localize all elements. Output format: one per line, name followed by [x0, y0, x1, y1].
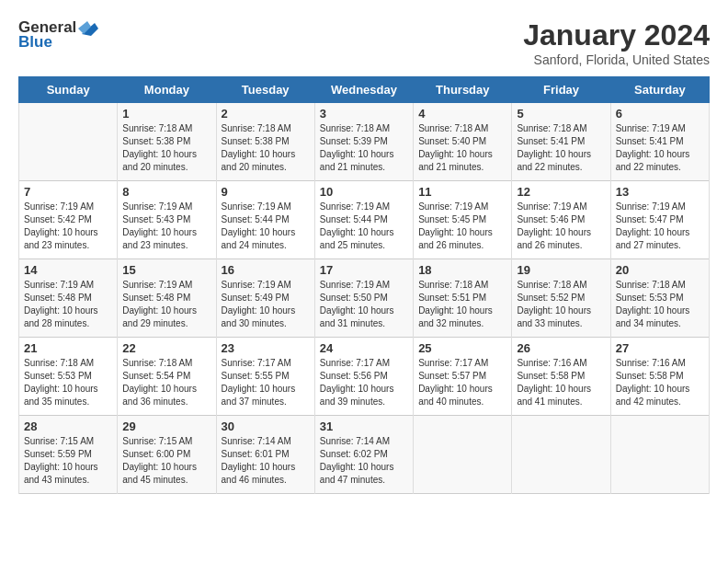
col-wednesday: Wednesday [314, 77, 413, 103]
day-content: Sunrise: 7:19 AM Sunset: 5:50 PM Dayligh… [320, 279, 408, 330]
day-number: 7 [24, 185, 112, 199]
calendar-week-row: 21Sunrise: 7:18 AM Sunset: 5:53 PM Dayli… [19, 338, 710, 416]
day-number: 20 [616, 263, 704, 277]
logo: General Blue [18, 18, 98, 52]
table-row: 12Sunrise: 7:19 AM Sunset: 5:46 PM Dayli… [512, 181, 610, 259]
page-header: General Blue January 2024 Sanford, Flori… [18, 18, 710, 67]
day-content: Sunrise: 7:19 AM Sunset: 5:46 PM Dayligh… [517, 201, 605, 252]
day-number: 8 [122, 185, 210, 199]
day-number: 29 [122, 419, 210, 433]
table-row: 25Sunrise: 7:17 AM Sunset: 5:57 PM Dayli… [414, 338, 512, 416]
table-row [414, 416, 512, 494]
table-row: 17Sunrise: 7:19 AM Sunset: 5:50 PM Dayli… [314, 259, 413, 338]
day-content: Sunrise: 7:19 AM Sunset: 5:43 PM Dayligh… [122, 201, 210, 252]
logo-text-blue: Blue [18, 33, 52, 52]
table-row: 11Sunrise: 7:19 AM Sunset: 5:45 PM Dayli… [414, 181, 512, 259]
day-content: Sunrise: 7:16 AM Sunset: 5:58 PM Dayligh… [616, 357, 704, 408]
day-content: Sunrise: 7:18 AM Sunset: 5:38 PM Dayligh… [122, 122, 210, 174]
table-row: 21Sunrise: 7:18 AM Sunset: 5:53 PM Dayli… [19, 338, 118, 416]
day-number: 19 [517, 263, 605, 277]
day-content: Sunrise: 7:19 AM Sunset: 5:44 PM Dayligh… [320, 201, 408, 252]
day-content: Sunrise: 7:19 AM Sunset: 5:44 PM Dayligh… [222, 201, 310, 252]
day-number: 14 [24, 263, 112, 277]
day-content: Sunrise: 7:19 AM Sunset: 5:45 PM Dayligh… [418, 201, 506, 252]
col-saturday: Saturday [610, 77, 709, 103]
table-row: 13Sunrise: 7:19 AM Sunset: 5:47 PM Dayli… [610, 181, 709, 259]
table-row: 2Sunrise: 7:18 AM Sunset: 5:38 PM Daylig… [216, 103, 314, 181]
day-number: 24 [320, 341, 408, 355]
table-row: 7Sunrise: 7:19 AM Sunset: 5:42 PM Daylig… [19, 181, 118, 259]
calendar-week-row: 1Sunrise: 7:18 AM Sunset: 5:38 PM Daylig… [19, 103, 710, 181]
table-row: 9Sunrise: 7:19 AM Sunset: 5:44 PM Daylig… [216, 181, 314, 259]
day-content: Sunrise: 7:18 AM Sunset: 5:39 PM Dayligh… [320, 122, 408, 174]
col-monday: Monday [118, 77, 216, 103]
day-content: Sunrise: 7:19 AM Sunset: 5:48 PM Dayligh… [122, 279, 210, 330]
day-number: 22 [122, 341, 210, 355]
day-number: 12 [517, 185, 605, 199]
day-number: 30 [222, 419, 310, 433]
day-number: 25 [418, 341, 506, 355]
day-number: 15 [122, 263, 210, 277]
table-row [19, 103, 118, 181]
day-content: Sunrise: 7:15 AM Sunset: 5:59 PM Dayligh… [24, 435, 112, 487]
table-row: 1Sunrise: 7:18 AM Sunset: 5:38 PM Daylig… [118, 103, 216, 181]
table-row: 24Sunrise: 7:17 AM Sunset: 5:56 PM Dayli… [314, 338, 413, 416]
day-number: 28 [24, 419, 112, 433]
day-number: 23 [222, 341, 310, 355]
table-row: 14Sunrise: 7:19 AM Sunset: 5:48 PM Dayli… [19, 259, 118, 338]
day-content: Sunrise: 7:15 AM Sunset: 6:00 PM Dayligh… [122, 435, 210, 487]
day-content: Sunrise: 7:16 AM Sunset: 5:58 PM Dayligh… [517, 357, 605, 408]
table-row: 22Sunrise: 7:18 AM Sunset: 5:54 PM Dayli… [118, 338, 216, 416]
calendar-table: Sunday Monday Tuesday Wednesday Thursday… [18, 76, 710, 494]
day-number: 26 [517, 341, 605, 355]
day-content: Sunrise: 7:18 AM Sunset: 5:40 PM Dayligh… [418, 122, 506, 174]
month-year-title: January 2024 [523, 18, 710, 52]
table-row: 8Sunrise: 7:19 AM Sunset: 5:43 PM Daylig… [118, 181, 216, 259]
table-row: 6Sunrise: 7:19 AM Sunset: 5:41 PM Daylig… [610, 103, 709, 181]
day-content: Sunrise: 7:19 AM Sunset: 5:47 PM Dayligh… [616, 201, 704, 252]
day-number: 6 [616, 107, 704, 121]
day-content: Sunrise: 7:19 AM Sunset: 5:41 PM Dayligh… [616, 122, 704, 174]
day-content: Sunrise: 7:18 AM Sunset: 5:53 PM Dayligh… [616, 279, 704, 330]
table-row: 27Sunrise: 7:16 AM Sunset: 5:58 PM Dayli… [610, 338, 709, 416]
table-row: 26Sunrise: 7:16 AM Sunset: 5:58 PM Dayli… [512, 338, 610, 416]
day-number: 31 [320, 419, 408, 433]
table-row: 28Sunrise: 7:15 AM Sunset: 5:59 PM Dayli… [19, 416, 118, 494]
day-number: 27 [616, 341, 704, 355]
day-content: Sunrise: 7:18 AM Sunset: 5:41 PM Dayligh… [517, 122, 605, 174]
col-thursday: Thursday [414, 77, 512, 103]
day-content: Sunrise: 7:18 AM Sunset: 5:38 PM Dayligh… [222, 122, 310, 174]
day-number: 11 [418, 185, 506, 199]
day-content: Sunrise: 7:18 AM Sunset: 5:53 PM Dayligh… [24, 357, 112, 408]
day-number: 4 [418, 107, 506, 121]
calendar-week-row: 7Sunrise: 7:19 AM Sunset: 5:42 PM Daylig… [19, 181, 710, 259]
table-row: 15Sunrise: 7:19 AM Sunset: 5:48 PM Dayli… [118, 259, 216, 338]
day-number: 2 [222, 107, 310, 121]
title-block: January 2024 Sanford, Florida, United St… [523, 18, 710, 67]
day-number: 21 [24, 341, 112, 355]
calendar-header-row: Sunday Monday Tuesday Wednesday Thursday… [19, 77, 710, 103]
col-friday: Friday [512, 77, 610, 103]
table-row: 18Sunrise: 7:18 AM Sunset: 5:51 PM Dayli… [414, 259, 512, 338]
day-number: 13 [616, 185, 704, 199]
table-row: 16Sunrise: 7:19 AM Sunset: 5:49 PM Dayli… [216, 259, 314, 338]
day-content: Sunrise: 7:19 AM Sunset: 5:48 PM Dayligh… [24, 279, 112, 330]
table-row: 23Sunrise: 7:17 AM Sunset: 5:55 PM Dayli… [216, 338, 314, 416]
col-tuesday: Tuesday [216, 77, 314, 103]
table-row: 20Sunrise: 7:18 AM Sunset: 5:53 PM Dayli… [610, 259, 709, 338]
day-content: Sunrise: 7:17 AM Sunset: 5:56 PM Dayligh… [320, 357, 408, 408]
location-subtitle: Sanford, Florida, United States [523, 52, 710, 67]
day-number: 17 [320, 263, 408, 277]
table-row: 30Sunrise: 7:14 AM Sunset: 6:01 PM Dayli… [216, 416, 314, 494]
table-row: 4Sunrise: 7:18 AM Sunset: 5:40 PM Daylig… [414, 103, 512, 181]
table-row: 31Sunrise: 7:14 AM Sunset: 6:02 PM Dayli… [314, 416, 413, 494]
day-number: 10 [320, 185, 408, 199]
table-row: 5Sunrise: 7:18 AM Sunset: 5:41 PM Daylig… [512, 103, 610, 181]
table-row: 3Sunrise: 7:18 AM Sunset: 5:39 PM Daylig… [314, 103, 413, 181]
day-content: Sunrise: 7:17 AM Sunset: 5:55 PM Dayligh… [222, 357, 310, 408]
table-row: 10Sunrise: 7:19 AM Sunset: 5:44 PM Dayli… [314, 181, 413, 259]
day-number: 9 [222, 185, 310, 199]
table-row [512, 416, 610, 494]
day-content: Sunrise: 7:18 AM Sunset: 5:54 PM Dayligh… [122, 357, 210, 408]
day-number: 1 [122, 107, 210, 121]
